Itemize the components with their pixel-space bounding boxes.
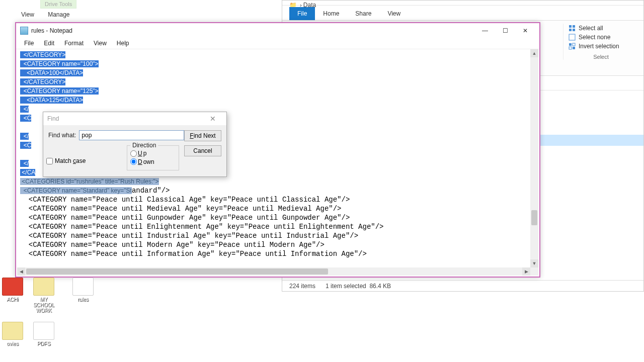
desktop-icon-rules[interactable]: rules [70, 278, 96, 302]
rules-label: rules [70, 297, 96, 302]
minimize-button[interactable]: — [475, 25, 495, 37]
school-label: MY SCHOOL WORK [31, 297, 56, 313]
scroll-thumb-h[interactable] [26, 268, 328, 275]
svg-rect-3 [573, 29, 575, 31]
radio-down[interactable] [130, 158, 137, 165]
match-case-checkbox[interactable]: Match case [46, 157, 86, 164]
svg-rect-0 [569, 25, 572, 28]
menu-view[interactable]: View [89, 38, 112, 49]
explorer-tab-home[interactable]: Home [315, 7, 347, 20]
select-all-icon [569, 25, 576, 32]
explorer-address: 📁 › Data [282, 1, 643, 6]
cancel-button[interactable]: Cancel [184, 145, 221, 156]
drive-tools-tab: Drive Tools [40, 0, 76, 9]
match-case-label: Match case [55, 157, 86, 164]
direction-legend: Direction [130, 142, 158, 149]
bg-view-tab[interactable]: View [15, 9, 40, 20]
find-dialog: Find ✕ Find what: Find Next Cancel Direc… [43, 112, 227, 177]
scroll-right-arrow[interactable]: ▶ [522, 267, 530, 276]
ribbon-select-group: Select all Select none Invert selection … [563, 24, 633, 60]
match-case-input[interactable] [46, 158, 53, 164]
pdfs-icon [33, 322, 54, 340]
desktop-icon-school[interactable]: MY SCHOOL WORK [31, 278, 56, 313]
horizontal-scrollbar[interactable]: ◀ ▶ [17, 267, 530, 276]
desktop-icon-achi[interactable]: ACHi [0, 278, 25, 302]
find-next-rest: ind Next [194, 132, 216, 139]
movies-label: ovies [0, 341, 25, 346]
pdfs-label: PDFS [31, 341, 56, 346]
find-next-button[interactable]: Find Next [184, 130, 221, 141]
menu-help[interactable]: Help [112, 38, 134, 49]
school-icon [33, 278, 54, 296]
explorer-tab-view[interactable]: View [379, 7, 409, 20]
invert-label: Invert selection [579, 43, 619, 50]
vertical-scrollbar[interactable]: ▲ ▼ [530, 49, 538, 267]
direction-group: Direction Up Down [127, 145, 179, 170]
select-none-button[interactable]: Select none [569, 33, 633, 42]
scroll-down-arrow[interactable]: ▼ [530, 259, 538, 267]
scroll-thumb-v[interactable] [531, 210, 537, 225]
achi-label: ACHi [0, 297, 25, 302]
svg-rect-7 [573, 43, 575, 46]
desktop-icon-pdfs[interactable]: PDFS [31, 322, 56, 346]
select-none-label: Select none [579, 34, 610, 41]
svg-rect-4 [569, 34, 575, 40]
svg-rect-6 [573, 47, 575, 49]
find-title-text: Find [47, 115, 203, 122]
select-all-button[interactable]: Select all [569, 24, 633, 33]
invert-selection-button[interactable]: Invert selection [569, 42, 633, 51]
movies-icon [2, 322, 23, 340]
status-items: 224 items [289, 283, 315, 290]
maximize-button[interactable]: ☐ [495, 25, 515, 37]
svg-rect-2 [569, 29, 572, 31]
svg-rect-5 [569, 43, 572, 46]
select-all-label: Select all [579, 25, 603, 32]
menu-edit[interactable]: Edit [39, 38, 59, 49]
explorer-tab-file[interactable]: File [289, 7, 315, 20]
scroll-left-arrow[interactable]: ◀ [17, 267, 25, 276]
direction-down[interactable]: Down [130, 158, 154, 165]
bg-manage-tab[interactable]: Manage [42, 9, 75, 20]
svg-rect-1 [573, 25, 575, 28]
explorer-tab-share[interactable]: Share [347, 7, 379, 20]
find-what-input[interactable] [79, 130, 184, 140]
menu-format[interactable]: Format [59, 38, 89, 49]
direction-up[interactable]: Up [130, 150, 146, 157]
notepad-icon [20, 27, 28, 35]
notepad-menubar: File Edit Format View Help [16, 38, 539, 49]
find-what-label: Find what: [48, 132, 76, 139]
select-none-icon [569, 34, 576, 41]
notepad-titlebar[interactable]: rules - Notepad — ☐ ✕ [16, 23, 539, 38]
find-titlebar[interactable]: Find ✕ [43, 112, 226, 125]
close-button[interactable]: ✕ [515, 25, 535, 37]
menu-file[interactable]: File [19, 38, 39, 49]
ribbon-group-label: Select [569, 54, 633, 60]
invert-icon [569, 43, 576, 50]
find-close-button[interactable]: ✕ [203, 115, 222, 123]
status-selected: 1 item selected 86.4 KB [326, 283, 391, 290]
scroll-up-arrow[interactable]: ▲ [530, 49, 538, 57]
explorer-status-bar: 224 items 1 item selected 86.4 KB [282, 280, 643, 291]
achi-icon [2, 278, 23, 296]
bg-tabs: View Manage [15, 9, 76, 18]
notepad-title: rules - Notepad [31, 27, 475, 34]
svg-rect-8 [569, 47, 572, 49]
radio-up[interactable] [130, 150, 137, 157]
desktop-icon-movies[interactable]: ovies [0, 322, 25, 346]
rules-icon [72, 278, 94, 296]
scroll-corner [530, 267, 538, 276]
